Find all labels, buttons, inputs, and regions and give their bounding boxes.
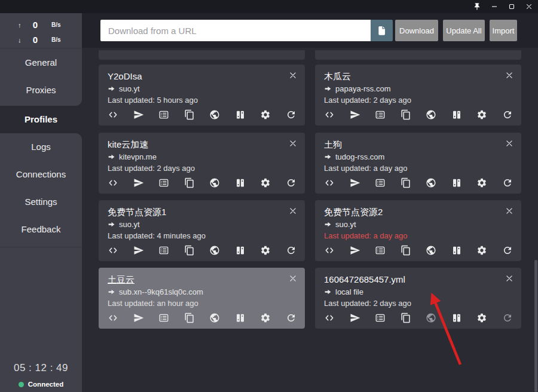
sidebar-item-feedback[interactable]: Feedback xyxy=(0,216,82,243)
code-icon[interactable] xyxy=(108,245,118,256)
copy-icon[interactable] xyxy=(184,245,195,256)
sidebar-item-settings[interactable]: Settings xyxy=(0,188,82,216)
copy-icon[interactable] xyxy=(401,313,411,323)
copy-icon[interactable] xyxy=(184,177,195,188)
rules-icon[interactable] xyxy=(375,109,386,120)
browser-icon[interactable] xyxy=(209,245,220,256)
sidebar-item-profiles[interactable]: Profiles xyxy=(0,106,82,133)
code-icon[interactable] xyxy=(108,177,118,188)
browser-icon[interactable] xyxy=(209,109,220,120)
close-icon[interactable] xyxy=(505,207,513,215)
code-icon[interactable] xyxy=(324,313,335,323)
refresh-icon-disabled xyxy=(502,313,513,323)
settings-icon[interactable] xyxy=(260,177,271,188)
settings-icon[interactable] xyxy=(260,245,271,256)
refresh-icon[interactable] xyxy=(502,109,513,120)
copy-icon[interactable] xyxy=(184,313,195,323)
profile-card-tudog[interactable]: 土狗 tudog-rss.com Last updated: a day ago xyxy=(315,133,521,194)
switch-profile-icon[interactable] xyxy=(235,177,246,188)
close-icon[interactable] xyxy=(289,274,297,283)
profile-source: tudog-rss.com xyxy=(335,152,384,161)
profile-card-free2[interactable]: 免费节点资源2 suo.yt Last updated: a day ago xyxy=(315,200,521,261)
minimize-icon[interactable] xyxy=(490,2,499,11)
profile-card-tudou-selected[interactable]: 土豆云 sub.xn--9kq61slq0c.com Last updated:… xyxy=(99,268,305,329)
code-icon[interactable] xyxy=(108,313,118,323)
copy-icon[interactable] xyxy=(401,245,411,256)
scrollbar-thumb[interactable] xyxy=(534,260,537,392)
switch-profile-icon[interactable] xyxy=(235,313,246,323)
rules-icon[interactable] xyxy=(375,313,386,323)
download-button[interactable]: Download xyxy=(395,20,438,41)
browser-icon[interactable] xyxy=(209,177,220,188)
close-icon[interactable] xyxy=(505,71,513,79)
rules-icon[interactable] xyxy=(158,109,169,120)
browser-icon[interactable] xyxy=(426,245,436,256)
refresh-icon[interactable] xyxy=(286,313,296,323)
code-icon[interactable] xyxy=(324,177,335,188)
close-window-icon[interactable] xyxy=(525,2,533,11)
send-icon[interactable] xyxy=(350,109,360,120)
send-icon[interactable] xyxy=(133,313,144,323)
profile-card-kite[interactable]: kite云加速 kitevpn.me Last updated: 2 days … xyxy=(99,133,305,194)
toolbar: Download Update All Import xyxy=(82,13,538,48)
pin-icon[interactable] xyxy=(473,2,481,11)
refresh-icon[interactable] xyxy=(502,245,513,256)
send-icon[interactable] xyxy=(350,313,360,323)
profile-card-local-yml[interactable]: 1606472685457.yml local file Last update… xyxy=(315,268,521,329)
rules-icon[interactable] xyxy=(158,313,169,323)
switch-profile-icon[interactable] xyxy=(451,313,462,323)
refresh-icon[interactable] xyxy=(286,177,296,188)
copy-icon[interactable] xyxy=(184,109,195,120)
switch-profile-icon[interactable] xyxy=(451,109,462,120)
close-icon[interactable] xyxy=(505,139,513,148)
down-arrow-icon: ↓ xyxy=(18,36,27,44)
send-icon[interactable] xyxy=(133,245,144,256)
close-icon[interactable] xyxy=(505,274,513,283)
switch-profile-icon[interactable] xyxy=(451,177,462,188)
sidebar-item-general[interactable]: General xyxy=(0,49,82,76)
code-icon[interactable] xyxy=(108,109,118,120)
settings-icon[interactable] xyxy=(476,313,487,323)
profile-card-y2odlsa[interactable]: Y2oDIsa suo.yt Last updated: 5 hours ago xyxy=(99,65,305,125)
rules-icon[interactable] xyxy=(375,177,386,188)
maximize-icon[interactable] xyxy=(508,2,516,11)
copy-icon[interactable] xyxy=(401,109,411,120)
send-icon[interactable] xyxy=(350,245,360,256)
browser-icon[interactable] xyxy=(426,109,436,120)
close-icon[interactable] xyxy=(289,207,297,215)
close-icon[interactable] xyxy=(289,71,297,79)
sidebar-item-connections[interactable]: Connections xyxy=(0,161,82,188)
rules-icon[interactable] xyxy=(158,177,169,188)
copy-icon[interactable] xyxy=(401,177,411,188)
profile-card-papaya[interactable]: 木瓜云 papaya-rss.com Last updated: 2 days … xyxy=(315,65,521,125)
code-icon[interactable] xyxy=(324,109,335,120)
settings-icon[interactable] xyxy=(476,109,487,120)
send-icon[interactable] xyxy=(133,109,144,120)
url-input[interactable] xyxy=(100,20,371,41)
switch-profile-icon[interactable] xyxy=(451,245,462,256)
browser-icon[interactable] xyxy=(209,313,220,323)
refresh-icon[interactable] xyxy=(286,109,296,120)
close-icon[interactable] xyxy=(289,139,297,148)
profile-source: papaya-rss.com xyxy=(335,84,390,93)
send-icon[interactable] xyxy=(350,177,360,188)
rules-icon[interactable] xyxy=(158,245,169,256)
settings-icon[interactable] xyxy=(260,313,271,323)
browser-icon[interactable] xyxy=(426,177,436,188)
sidebar-item-logs[interactable]: Logs xyxy=(0,133,82,161)
code-icon[interactable] xyxy=(324,245,335,256)
settings-icon[interactable] xyxy=(260,109,271,120)
profile-card-free1[interactable]: 免费节点资源1 suo.yt Last updated: 4 minutes a… xyxy=(99,200,305,261)
switch-profile-icon[interactable] xyxy=(235,245,246,256)
import-button[interactable]: Import xyxy=(490,20,517,41)
settings-icon[interactable] xyxy=(476,245,487,256)
refresh-icon[interactable] xyxy=(502,177,513,188)
rules-icon[interactable] xyxy=(375,245,386,256)
paste-button[interactable] xyxy=(371,20,393,41)
settings-icon[interactable] xyxy=(476,177,487,188)
switch-profile-icon[interactable] xyxy=(235,109,246,120)
sidebar-item-proxies[interactable]: Proxies xyxy=(0,76,82,104)
update-all-button[interactable]: Update All xyxy=(443,20,485,41)
refresh-icon[interactable] xyxy=(286,245,296,256)
send-icon[interactable] xyxy=(133,177,144,188)
